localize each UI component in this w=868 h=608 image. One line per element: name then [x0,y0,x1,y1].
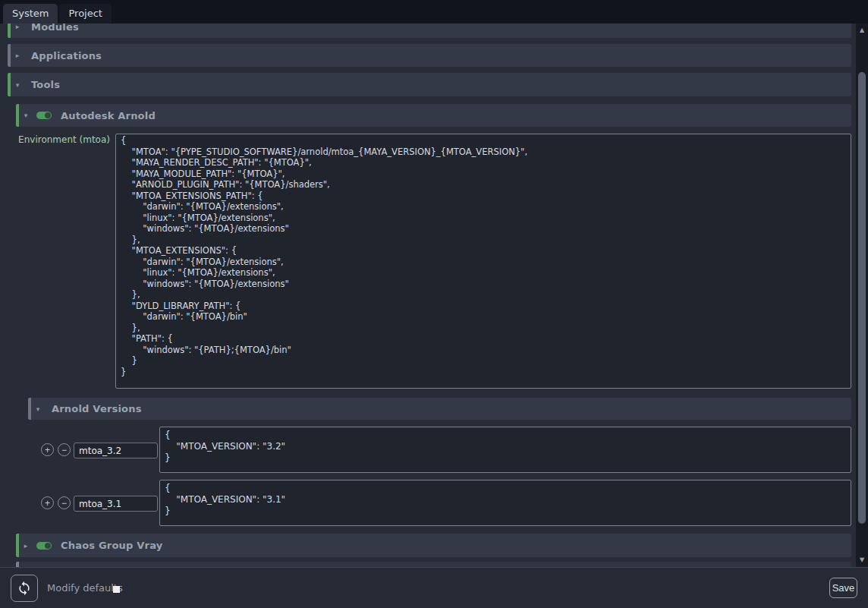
partial-next-section [16,562,851,567]
version-env-json-field[interactable]: { "MTOA_VERSION": "3.1" } [159,480,851,526]
footer-bar: Modify defaults Save [0,567,868,608]
settings-scroll-area: ▸ Modules ▸ Applications ▾ Tools ▾ Autod… [0,24,856,567]
refresh-button[interactable] [11,575,38,602]
tab-bar: System Project [0,0,868,24]
section-arnold-versions[interactable]: ▾ Arnold Versions [28,398,851,420]
chevron-down-icon: ▾ [21,112,30,119]
section-autodesk-arnold-label: Autodesk Arnold [61,110,156,121]
toggle-knob-icon [45,543,51,549]
chevron-down-icon: ▾ [13,81,22,89]
add-version-button[interactable]: + [41,443,54,456]
tab-system[interactable]: System [3,4,58,24]
section-tools[interactable]: ▾ Tools [8,73,851,96]
section-autodesk-arnold[interactable]: ▾ Autodesk Arnold [16,104,851,127]
section-chaos-group-vray-label: Chaos Group Vray [61,540,162,551]
version-key-input[interactable] [74,443,158,458]
toggle-knob-icon [45,112,51,118]
refresh-icon [17,581,32,596]
arnold-enabled-toggle[interactable] [36,112,52,119]
version-key-input[interactable] [74,496,158,512]
section-applications[interactable]: ▸ Applications [8,44,851,67]
vertical-scrollbar[interactable]: ▲ ▼ [856,24,868,567]
settings-window: System Project ▸ Modules ▸ Applications … [0,0,868,608]
add-version-button[interactable]: + [41,496,54,509]
modify-defaults-label: Modify defaults [47,568,123,608]
chevron-down-icon: ▾ [33,405,42,413]
chevron-right-icon: ▸ [21,542,30,550]
section-chaos-group-vray[interactable]: ▸ Chaos Group Vray [16,534,851,557]
section-applications-label: Applications [31,50,102,61]
version-env-json-field[interactable]: { "MTOA_VERSION": "3.2" } [159,427,851,473]
scroll-down-icon[interactable]: ▼ [856,555,868,565]
scroll-up-icon[interactable]: ▲ [856,25,868,36]
tab-project[interactable]: Project [59,4,111,24]
section-tools-label: Tools [31,79,60,90]
environment-mtoa-json-field[interactable]: { "MTOA": "{PYPE_STUDIO_SOFTWARE}/arnold… [115,134,851,389]
chevron-right-icon: ▸ [13,52,22,59]
vray-enabled-toggle[interactable] [36,542,52,550]
environment-mtoa-label: Environment (mtoa) [0,134,110,145]
save-button[interactable]: Save [829,578,857,598]
modify-defaults-checkbox[interactable] [113,586,120,593]
section-modules[interactable]: ▸ Modules [8,24,851,38]
remove-version-button[interactable]: − [58,443,71,456]
section-modules-label: Modules [31,24,79,33]
scrollbar-thumb[interactable] [858,72,866,524]
section-arnold-versions-label: Arnold Versions [52,403,142,414]
remove-version-button[interactable]: − [58,496,71,509]
chevron-right-icon: ▸ [13,24,22,30]
